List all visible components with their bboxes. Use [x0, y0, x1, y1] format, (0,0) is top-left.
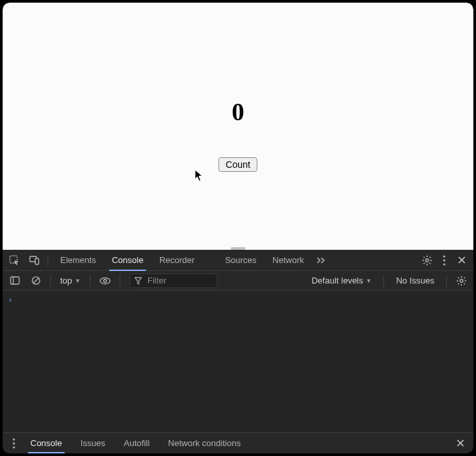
drawer-tab-issues[interactable]: Issues — [71, 433, 115, 453]
svg-point-32 — [13, 446, 15, 448]
tab-sources[interactable]: Sources — [217, 250, 264, 270]
toggle-sidebar-icon[interactable] — [7, 273, 22, 289]
console-prompt-icon: › — [8, 295, 13, 305]
svg-point-14 — [443, 263, 445, 265]
live-expression-icon[interactable] — [97, 273, 113, 289]
svg-rect-15 — [11, 277, 19, 284]
console-toolbar: top ▼ Default levels ▼ No Issues — [3, 271, 473, 291]
levels-label: Default levels — [311, 276, 363, 285]
svg-point-19 — [100, 278, 110, 284]
drawer-tab-network-conditions[interactable]: Network conditions — [159, 433, 250, 453]
chevron-down-icon: ▼ — [366, 278, 372, 284]
drawer-kebab-icon[interactable] — [7, 434, 21, 453]
console-output[interactable]: › — [3, 291, 473, 432]
svg-line-26 — [458, 277, 459, 278]
drawer-tab-console[interactable]: Console — [21, 433, 71, 453]
devtools-panel: Elements Console Recorder Sources Networ… — [3, 250, 473, 453]
chevron-down-icon: ▼ — [75, 278, 81, 284]
svg-point-21 — [460, 279, 463, 282]
device-toolbar-icon[interactable] — [25, 251, 44, 270]
devtools-drawer: Console Issues Autofill Network conditio… — [3, 432, 473, 453]
svg-line-9 — [430, 262, 431, 264]
more-tabs-icon[interactable] — [313, 251, 329, 270]
svg-point-3 — [426, 258, 428, 261]
page-viewport: 0 Count — [3, 3, 473, 250]
svg-line-8 — [424, 256, 425, 258]
console-settings-gear-icon[interactable] — [454, 273, 469, 289]
tab-elements[interactable]: Elements — [52, 250, 104, 270]
svg-line-27 — [464, 283, 465, 284]
counter-value: 0 — [232, 97, 245, 126]
tab-recorder[interactable]: Recorder — [151, 250, 202, 270]
close-drawer-icon[interactable] — [451, 434, 469, 453]
svg-line-18 — [33, 278, 38, 283]
tab-network[interactable]: Network — [264, 250, 312, 270]
svg-point-20 — [104, 279, 106, 282]
close-devtools-icon[interactable] — [452, 251, 471, 270]
svg-line-29 — [458, 283, 459, 284]
tab-console[interactable]: Console — [104, 250, 151, 270]
svg-line-10 — [430, 256, 431, 258]
execution-context-selector[interactable]: top ▼ — [58, 276, 83, 285]
svg-point-30 — [13, 438, 15, 440]
filter-field[interactable] — [130, 274, 218, 288]
svg-point-12 — [443, 255, 445, 257]
svg-point-31 — [13, 442, 15, 444]
svg-point-13 — [443, 259, 445, 261]
mouse-cursor-icon — [194, 169, 204, 182]
svg-line-11 — [424, 262, 425, 264]
filter-input[interactable] — [146, 275, 213, 286]
kebab-menu-icon[interactable] — [438, 251, 451, 270]
clear-console-icon[interactable] — [28, 273, 44, 289]
drawer-tab-autofill[interactable]: Autofill — [114, 433, 159, 453]
context-label: top — [60, 276, 72, 285]
issues-counter[interactable]: No Issues — [391, 276, 440, 285]
devtools-tabstrip: Elements Console Recorder Sources Networ… — [3, 250, 473, 271]
log-levels-selector[interactable]: Default levels ▼ — [306, 276, 377, 285]
svg-line-28 — [464, 277, 465, 278]
count-button[interactable]: Count — [218, 157, 257, 172]
filter-icon — [134, 277, 142, 285]
inspect-element-icon[interactable] — [5, 251, 24, 270]
svg-rect-2 — [35, 258, 38, 264]
settings-gear-icon[interactable] — [418, 251, 436, 270]
